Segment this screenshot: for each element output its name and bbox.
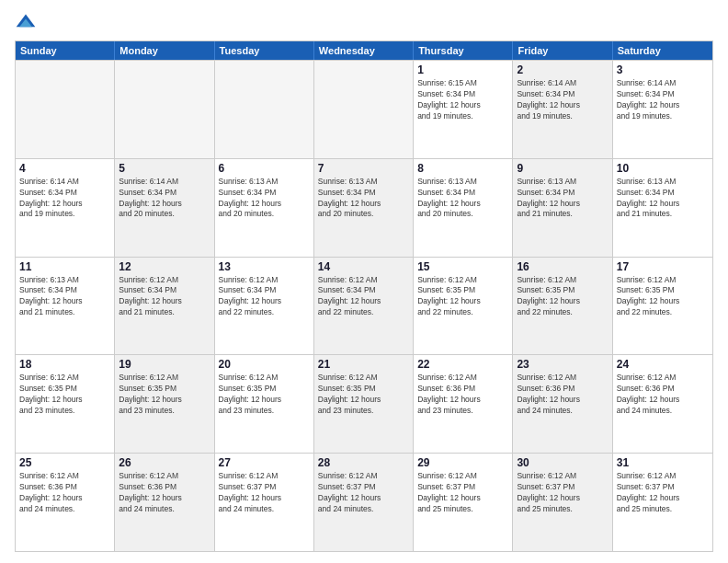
calendar-header-day: Saturday [613, 41, 712, 60]
calendar-cell: 23Sunrise: 6:12 AMSunset: 6:36 PMDayligh… [513, 355, 612, 453]
calendar-cell: 18Sunrise: 6:12 AMSunset: 6:35 PMDayligh… [16, 355, 115, 453]
cell-info: Sunrise: 6:12 AMSunset: 6:35 PMDaylight:… [517, 275, 608, 319]
calendar-cell: 2Sunrise: 6:14 AMSunset: 6:34 PMDaylight… [513, 61, 612, 158]
cell-info: Sunrise: 6:13 AMSunset: 6:34 PMDaylight:… [318, 177, 409, 221]
calendar-cell [215, 61, 314, 158]
cell-info: Sunrise: 6:12 AMSunset: 6:37 PMDaylight:… [517, 471, 608, 515]
calendar-cell: 1Sunrise: 6:15 AMSunset: 6:34 PMDaylight… [414, 61, 513, 158]
cell-info: Sunrise: 6:12 AMSunset: 6:35 PMDaylight:… [219, 373, 310, 417]
calendar-cell: 13Sunrise: 6:12 AMSunset: 6:34 PMDayligh… [215, 258, 314, 355]
day-number: 30 [517, 456, 608, 469]
day-number: 26 [119, 456, 210, 469]
day-number: 31 [617, 456, 709, 469]
calendar-cell: 31Sunrise: 6:12 AMSunset: 6:37 PMDayligh… [613, 454, 712, 551]
calendar-cell: 12Sunrise: 6:12 AMSunset: 6:34 PMDayligh… [115, 258, 214, 355]
calendar-cell: 9Sunrise: 6:13 AMSunset: 6:34 PMDaylight… [513, 159, 612, 257]
calendar-cell: 29Sunrise: 6:12 AMSunset: 6:37 PMDayligh… [414, 454, 513, 551]
calendar-cell: 4Sunrise: 6:14 AMSunset: 6:34 PMDaylight… [16, 159, 115, 257]
calendar-header-day: Sunday [16, 41, 115, 60]
logo-icon [15, 11, 37, 33]
cell-info: Sunrise: 6:12 AMSunset: 6:37 PMDaylight:… [318, 471, 409, 515]
day-number: 12 [119, 260, 210, 273]
calendar-cell: 22Sunrise: 6:12 AMSunset: 6:36 PMDayligh… [414, 355, 513, 453]
calendar-cell: 14Sunrise: 6:12 AMSunset: 6:34 PMDayligh… [314, 258, 414, 355]
cell-info: Sunrise: 6:12 AMSunset: 6:35 PMDaylight:… [119, 373, 210, 417]
calendar-header-day: Tuesday [215, 41, 314, 60]
calendar-cell: 11Sunrise: 6:13 AMSunset: 6:34 PMDayligh… [16, 258, 115, 355]
calendar-cell: 26Sunrise: 6:12 AMSunset: 6:36 PMDayligh… [115, 454, 214, 551]
cell-info: Sunrise: 6:12 AMSunset: 6:35 PMDaylight:… [318, 373, 409, 417]
calendar-cell: 28Sunrise: 6:12 AMSunset: 6:37 PMDayligh… [314, 454, 414, 551]
cell-info: Sunrise: 6:13 AMSunset: 6:34 PMDaylight:… [417, 177, 508, 221]
calendar-row: 1Sunrise: 6:15 AMSunset: 6:34 PMDaylight… [16, 60, 712, 158]
day-number: 28 [318, 456, 409, 469]
cell-info: Sunrise: 6:13 AMSunset: 6:34 PMDaylight:… [219, 177, 310, 221]
day-number: 14 [318, 260, 409, 273]
calendar-cell [115, 61, 214, 158]
cell-info: Sunrise: 6:13 AMSunset: 6:34 PMDaylight:… [19, 275, 110, 319]
calendar-header: SundayMondayTuesdayWednesdayThursdayFrid… [16, 41, 712, 60]
cell-info: Sunrise: 6:12 AMSunset: 6:34 PMDaylight:… [318, 275, 409, 319]
day-number: 24 [617, 358, 709, 371]
calendar-row: 4Sunrise: 6:14 AMSunset: 6:34 PMDaylight… [16, 158, 712, 257]
calendar-cell: 27Sunrise: 6:12 AMSunset: 6:37 PMDayligh… [215, 454, 314, 551]
day-number: 4 [19, 162, 110, 175]
header [15, 11, 713, 33]
calendar-cell: 6Sunrise: 6:13 AMSunset: 6:34 PMDaylight… [215, 159, 314, 257]
calendar-cell: 25Sunrise: 6:12 AMSunset: 6:36 PMDayligh… [16, 454, 115, 551]
cell-info: Sunrise: 6:12 AMSunset: 6:36 PMDaylight:… [617, 373, 709, 417]
calendar-body: 1Sunrise: 6:15 AMSunset: 6:34 PMDaylight… [16, 60, 712, 551]
cell-info: Sunrise: 6:12 AMSunset: 6:34 PMDaylight:… [219, 275, 310, 319]
calendar-cell: 17Sunrise: 6:12 AMSunset: 6:35 PMDayligh… [613, 258, 712, 355]
day-number: 1 [417, 63, 508, 76]
cell-info: Sunrise: 6:14 AMSunset: 6:34 PMDaylight:… [517, 78, 608, 122]
day-number: 27 [219, 456, 310, 469]
cell-info: Sunrise: 6:12 AMSunset: 6:37 PMDaylight:… [417, 471, 508, 515]
calendar-cell: 24Sunrise: 6:12 AMSunset: 6:36 PMDayligh… [613, 355, 712, 453]
calendar-header-day: Friday [513, 41, 612, 60]
calendar-cell: 21Sunrise: 6:12 AMSunset: 6:35 PMDayligh… [314, 355, 414, 453]
calendar-cell: 19Sunrise: 6:12 AMSunset: 6:35 PMDayligh… [115, 355, 214, 453]
calendar-row: 25Sunrise: 6:12 AMSunset: 6:36 PMDayligh… [16, 453, 712, 551]
calendar-cell: 5Sunrise: 6:14 AMSunset: 6:34 PMDaylight… [115, 159, 214, 257]
cell-info: Sunrise: 6:14 AMSunset: 6:34 PMDaylight:… [119, 177, 210, 221]
logo [15, 11, 40, 33]
cell-info: Sunrise: 6:14 AMSunset: 6:34 PMDaylight:… [617, 78, 709, 122]
day-number: 20 [219, 358, 310, 371]
calendar-row: 18Sunrise: 6:12 AMSunset: 6:35 PMDayligh… [16, 354, 712, 453]
calendar-cell: 16Sunrise: 6:12 AMSunset: 6:35 PMDayligh… [513, 258, 612, 355]
calendar-cell: 7Sunrise: 6:13 AMSunset: 6:34 PMDaylight… [314, 159, 414, 257]
day-number: 8 [417, 162, 508, 175]
day-number: 19 [119, 358, 210, 371]
calendar-header-day: Wednesday [314, 41, 414, 60]
day-number: 25 [19, 456, 110, 469]
calendar-cell [314, 61, 414, 158]
day-number: 7 [318, 162, 409, 175]
cell-info: Sunrise: 6:15 AMSunset: 6:34 PMDaylight:… [417, 78, 508, 122]
day-number: 29 [417, 456, 508, 469]
day-number: 13 [219, 260, 310, 273]
calendar-header-day: Thursday [414, 41, 513, 60]
day-number: 3 [617, 63, 709, 76]
cell-info: Sunrise: 6:12 AMSunset: 6:36 PMDaylight:… [517, 373, 608, 417]
day-number: 22 [417, 358, 508, 371]
cell-info: Sunrise: 6:12 AMSunset: 6:36 PMDaylight:… [19, 471, 110, 515]
calendar-cell: 20Sunrise: 6:12 AMSunset: 6:35 PMDayligh… [215, 355, 314, 453]
cell-info: Sunrise: 6:12 AMSunset: 6:36 PMDaylight:… [119, 471, 210, 515]
day-number: 16 [517, 260, 608, 273]
cell-info: Sunrise: 6:13 AMSunset: 6:34 PMDaylight:… [517, 177, 608, 221]
day-number: 15 [417, 260, 508, 273]
day-number: 18 [19, 358, 110, 371]
cell-info: Sunrise: 6:12 AMSunset: 6:37 PMDaylight:… [219, 471, 310, 515]
cell-info: Sunrise: 6:12 AMSunset: 6:34 PMDaylight:… [119, 275, 210, 319]
day-number: 5 [119, 162, 210, 175]
day-number: 23 [517, 358, 608, 371]
calendar-cell: 30Sunrise: 6:12 AMSunset: 6:37 PMDayligh… [513, 454, 612, 551]
day-number: 21 [318, 358, 409, 371]
calendar-row: 11Sunrise: 6:13 AMSunset: 6:34 PMDayligh… [16, 257, 712, 355]
cell-info: Sunrise: 6:12 AMSunset: 6:35 PMDaylight:… [617, 275, 709, 319]
cell-info: Sunrise: 6:12 AMSunset: 6:36 PMDaylight:… [417, 373, 508, 417]
day-number: 11 [19, 260, 110, 273]
calendar-cell: 3Sunrise: 6:14 AMSunset: 6:34 PMDaylight… [613, 61, 712, 158]
cell-info: Sunrise: 6:13 AMSunset: 6:34 PMDaylight:… [617, 177, 709, 221]
